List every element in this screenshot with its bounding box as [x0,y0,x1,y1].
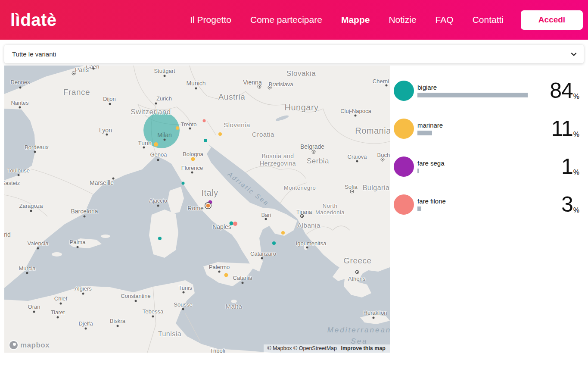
legend-item-info: marinare [417,122,551,135]
map-label-lyon: Lyon [99,127,112,134]
city-dot [143,147,145,149]
city-dot [164,75,166,77]
map-canvas[interactable]: FranceSwitzerlandAustriaSlovakiaHungaryR… [4,66,390,353]
city-dot [19,106,21,109]
map-label-bologna: Bologna [183,151,203,157]
map-label-igoumenitsa: Igoumenitsa [296,240,327,247]
map-label-gasteiz: -Gasteiz [4,180,20,186]
city-dot [157,205,159,207]
legend-percent: 3% [561,195,579,214]
map-label-nantes: Nantes [11,100,28,106]
brand-logo[interactable]: lìdatè [10,10,56,30]
map-label-craiova: Craiova [348,153,367,160]
data-point-yellow[interactable] [154,142,158,147]
nav-item-il-progetto[interactable]: Il Progetto [190,15,231,25]
map-label-tiaret: Tiaret [51,309,65,316]
data-point-yellow[interactable] [176,126,179,130]
map-label-athens: Athens [348,275,365,282]
legend-percent: 1% [561,157,579,176]
map-label-romania: Romania [355,126,390,136]
legend-percent-value: 84 [550,81,573,100]
map-bubble-bigiare[interactable] [143,112,180,148]
map-label-dijon: Dijon [103,96,116,102]
legend-percent-unit: % [573,131,579,138]
data-point-yellow[interactable] [281,231,285,235]
map-label-belgrade: Belgrade [300,143,324,150]
map-label-bratislava: Bratislava [268,81,293,88]
map-label-mediterranean: Mediterranean [327,326,390,335]
map-label-palma: Palma [70,239,86,245]
data-point-orange[interactable] [206,204,210,208]
legend-item-fare-filone[interactable]: fare filone3% [390,185,588,223]
map-overlay: FranceSwitzerlandAustriaSlovakiaHungaryR… [4,66,390,353]
map-label-tunisia: Tunisia [158,330,181,338]
legend-color-swatch [394,119,414,139]
attribution-mapbox-link[interactable]: © Mapbox [267,345,292,351]
map-label-france: France [63,88,90,97]
map-label-toulouse: Toulouse [7,167,30,174]
nav-item-faq[interactable]: FAQ [436,15,454,25]
city-dot [189,128,191,130]
map-label-oran: Oran [28,304,40,310]
map-label-catanzaro: Catanzaro [250,250,276,257]
legend-color-swatch [394,81,414,101]
legend-item-bigiare[interactable]: bigiare84% [390,72,588,110]
map-attribution: © Mapbox © OpenStreetMap Improve this ma… [264,344,390,353]
attribution-osm-link[interactable]: © OpenStreetMap [293,345,337,351]
data-point-yellow[interactable] [218,132,222,136]
nav-item-notizie[interactable]: Notizie [389,15,416,25]
city-dot [26,272,28,274]
data-point-teal[interactable] [272,241,276,245]
data-point-yellow[interactable] [224,273,228,277]
map-label-sousse: Sousse [174,301,192,308]
legend-item-info: bigiare [417,84,550,97]
city-dot [112,178,115,180]
legend-percent-unit: % [573,169,579,176]
data-point-teal[interactable] [204,139,207,142]
map-label-bulgaria: Bulgaria [363,184,390,192]
map-label-barcelona: Barcelona [71,208,98,215]
city-dot [37,247,39,250]
map-label-genoa: Genoa [150,151,167,158]
city-dot [386,84,388,87]
legend-item-marinare[interactable]: marinare11% [390,110,588,147]
variant-select[interactable]: Tutte le varianti [4,45,584,63]
data-point-teal[interactable] [158,237,162,240]
map-label-sofia: Sofia [345,184,358,190]
header: lìdatè Il ProgettoCome partecipareMappeN… [0,0,588,40]
data-point-yellow[interactable] [191,157,195,161]
map-label-constantine: Constantine [121,293,150,299]
legend-item-fare-sega[interactable]: fare sega1% [390,147,588,185]
legend-color-swatch [394,194,414,215]
map-label-croatia: Croatia [252,131,274,138]
map-label-hungary: Hungary [284,103,318,113]
map-label-italy: Italy [201,188,218,198]
chevron-down-icon [571,51,577,57]
nav-item-contatti[interactable]: Contatti [473,15,504,25]
city-dot [135,300,137,302]
map-label-trento: Trento [180,121,196,128]
city-dot [182,308,184,310]
map-label-catania: Catania [233,275,252,281]
nav-item-come-partecipare[interactable]: Come partecipare [250,15,322,25]
data-point-teal[interactable] [182,182,185,185]
data-point-coral[interactable] [203,119,206,122]
legend-percent: 11% [551,119,579,138]
legend-percent-value: 3 [561,195,573,214]
legend-label: fare sega [417,160,561,167]
capital-dot [381,158,385,162]
city-dot [155,103,157,105]
city-dot [30,210,32,212]
mapbox-logo[interactable]: mapbox [9,340,50,350]
map-label-austria: Austria [218,92,246,102]
capital-dot [355,270,359,274]
city-dot [84,216,86,218]
nav-item-mappe[interactable]: Mappe [341,15,370,25]
attribution-improve-link[interactable]: Improve this map [341,345,386,351]
city-dot [109,103,111,105]
legend-color-swatch [394,156,414,177]
login-button[interactable]: Accedi [521,10,583,30]
data-point-coral[interactable] [233,222,237,226]
city-dot [242,282,244,284]
city-dot [18,174,20,176]
